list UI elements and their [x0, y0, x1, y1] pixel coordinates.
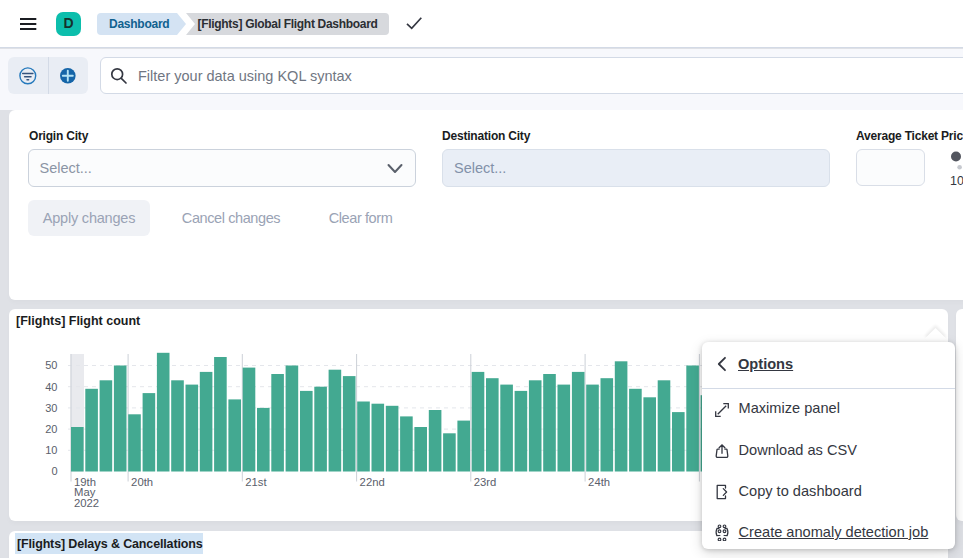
svg-text:10: 10 — [45, 444, 57, 456]
svg-text:0: 0 — [51, 465, 57, 477]
svg-text:20th: 20th — [131, 476, 153, 488]
svg-text:24th: 24th — [588, 476, 610, 488]
svg-text:50: 50 — [45, 359, 57, 371]
svg-text:21st: 21st — [245, 476, 267, 488]
svg-text:20: 20 — [45, 423, 57, 435]
svg-text:30: 30 — [45, 402, 57, 414]
svg-text:23rd: 23rd — [474, 476, 497, 488]
svg-text:40: 40 — [45, 381, 57, 393]
svg-text:2022: 2022 — [74, 497, 99, 509]
svg-text:22nd: 22nd — [360, 476, 385, 488]
